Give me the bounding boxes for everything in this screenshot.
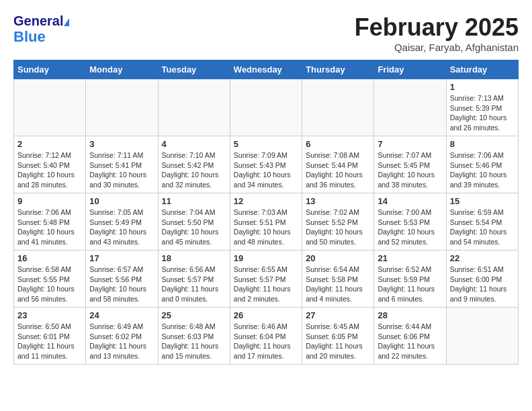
calendar-cell xyxy=(14,79,86,136)
day-info: Sunrise: 6:51 AM Sunset: 6:00 PM Dayligh… xyxy=(450,265,515,304)
day-info: Sunrise: 6:50 AM Sunset: 6:01 PM Dayligh… xyxy=(17,322,82,361)
day-number: 26 xyxy=(234,310,298,320)
day-number: 8 xyxy=(450,139,515,149)
day-number: 19 xyxy=(234,253,298,263)
calendar-cell: 11Sunrise: 7:04 AM Sunset: 5:50 PM Dayli… xyxy=(158,193,230,250)
day-info: Sunrise: 7:10 AM Sunset: 5:42 PM Dayligh… xyxy=(162,150,226,190)
day-info: Sunrise: 6:45 AM Sunset: 6:05 PM Dayligh… xyxy=(306,322,370,361)
day-info: Sunrise: 7:00 AM Sunset: 5:53 PM Dayligh… xyxy=(378,208,442,247)
day-info: Sunrise: 7:06 AM Sunset: 5:46 PM Dayligh… xyxy=(450,150,515,190)
day-number: 6 xyxy=(306,139,370,149)
col-header-friday: Friday xyxy=(374,60,446,79)
col-header-monday: Monday xyxy=(86,60,158,79)
day-number: 22 xyxy=(450,253,515,263)
day-number: 11 xyxy=(162,196,226,206)
day-number: 2 xyxy=(17,139,82,149)
calendar-cell xyxy=(158,79,230,136)
calendar-cell: 24Sunrise: 6:49 AM Sunset: 6:02 PM Dayli… xyxy=(86,308,158,365)
day-number: 16 xyxy=(17,253,82,263)
day-info: Sunrise: 6:46 AM Sunset: 6:04 PM Dayligh… xyxy=(234,322,298,361)
col-header-tuesday: Tuesday xyxy=(158,60,230,79)
calendar-cell: 14Sunrise: 7:00 AM Sunset: 5:53 PM Dayli… xyxy=(374,193,446,250)
day-info: Sunrise: 7:13 AM Sunset: 5:39 PM Dayligh… xyxy=(450,93,515,133)
day-number: 25 xyxy=(162,310,226,320)
calendar-cell: 13Sunrise: 7:02 AM Sunset: 5:52 PM Dayli… xyxy=(302,193,374,250)
col-header-thursday: Thursday xyxy=(302,60,374,79)
calendar-cell xyxy=(446,308,518,365)
calendar-cell: 15Sunrise: 6:59 AM Sunset: 5:54 PM Dayli… xyxy=(446,193,518,250)
day-info: Sunrise: 6:57 AM Sunset: 5:56 PM Dayligh… xyxy=(89,265,154,304)
logo-general: General xyxy=(13,13,69,29)
day-info: Sunrise: 7:06 AM Sunset: 5:48 PM Dayligh… xyxy=(17,208,82,247)
calendar-cell: 10Sunrise: 7:05 AM Sunset: 5:49 PM Dayli… xyxy=(86,193,158,250)
day-number: 12 xyxy=(234,196,298,206)
day-number: 28 xyxy=(378,310,442,320)
col-header-saturday: Saturday xyxy=(446,60,518,79)
logo: General Blue xyxy=(13,13,69,45)
calendar-header-row: SundayMondayTuesdayWednesdayThursdayFrid… xyxy=(14,60,519,79)
day-info: Sunrise: 6:59 AM Sunset: 5:54 PM Dayligh… xyxy=(450,208,515,247)
logo-blue: Blue xyxy=(13,29,69,45)
calendar-week-1: 1Sunrise: 7:13 AM Sunset: 5:39 PM Daylig… xyxy=(14,79,519,136)
calendar-cell: 16Sunrise: 6:58 AM Sunset: 5:55 PM Dayli… xyxy=(14,250,86,308)
day-number: 7 xyxy=(378,139,442,149)
calendar-week-2: 2Sunrise: 7:12 AM Sunset: 5:40 PM Daylig… xyxy=(14,136,519,193)
calendar-cell xyxy=(302,79,374,136)
calendar-cell: 12Sunrise: 7:03 AM Sunset: 5:51 PM Dayli… xyxy=(230,193,302,250)
day-info: Sunrise: 6:49 AM Sunset: 6:02 PM Dayligh… xyxy=(89,322,154,361)
calendar-cell xyxy=(230,79,302,136)
page-header: General Blue February 2025 Qaisar, Farya… xyxy=(13,13,519,53)
day-number: 5 xyxy=(234,139,298,149)
day-number: 18 xyxy=(162,253,226,263)
day-info: Sunrise: 6:58 AM Sunset: 5:55 PM Dayligh… xyxy=(17,265,82,304)
day-info: Sunrise: 7:04 AM Sunset: 5:50 PM Dayligh… xyxy=(162,208,226,247)
day-info: Sunrise: 6:48 AM Sunset: 6:03 PM Dayligh… xyxy=(162,322,226,361)
day-info: Sunrise: 7:02 AM Sunset: 5:52 PM Dayligh… xyxy=(306,208,370,247)
day-info: Sunrise: 6:55 AM Sunset: 5:57 PM Dayligh… xyxy=(234,265,298,304)
calendar-cell: 20Sunrise: 6:54 AM Sunset: 5:58 PM Dayli… xyxy=(302,250,374,308)
calendar-cell: 25Sunrise: 6:48 AM Sunset: 6:03 PM Dayli… xyxy=(158,308,230,365)
day-info: Sunrise: 6:54 AM Sunset: 5:58 PM Dayligh… xyxy=(306,265,370,304)
calendar-cell: 23Sunrise: 6:50 AM Sunset: 6:01 PM Dayli… xyxy=(14,308,86,365)
col-header-wednesday: Wednesday xyxy=(230,60,302,79)
day-number: 14 xyxy=(378,196,442,206)
day-number: 9 xyxy=(17,196,82,206)
day-number: 15 xyxy=(450,196,515,206)
day-number: 1 xyxy=(450,82,515,92)
col-header-sunday: Sunday xyxy=(14,60,86,79)
day-info: Sunrise: 6:56 AM Sunset: 5:57 PM Dayligh… xyxy=(162,265,226,304)
day-info: Sunrise: 7:09 AM Sunset: 5:43 PM Dayligh… xyxy=(234,150,298,190)
calendar-cell: 28Sunrise: 6:44 AM Sunset: 6:06 PM Dayli… xyxy=(374,308,446,365)
day-number: 10 xyxy=(89,196,154,206)
calendar-cell: 5Sunrise: 7:09 AM Sunset: 5:43 PM Daylig… xyxy=(230,136,302,193)
day-number: 13 xyxy=(306,196,370,206)
calendar-cell: 3Sunrise: 7:11 AM Sunset: 5:41 PM Daylig… xyxy=(86,136,158,193)
calendar-cell: 27Sunrise: 6:45 AM Sunset: 6:05 PM Dayli… xyxy=(302,308,374,365)
day-number: 17 xyxy=(89,253,154,263)
calendar-cell: 1Sunrise: 7:13 AM Sunset: 5:39 PM Daylig… xyxy=(446,79,518,136)
calendar-cell: 22Sunrise: 6:51 AM Sunset: 6:00 PM Dayli… xyxy=(446,250,518,308)
calendar-cell: 17Sunrise: 6:57 AM Sunset: 5:56 PM Dayli… xyxy=(86,250,158,308)
day-number: 24 xyxy=(89,310,154,320)
calendar-cell: 26Sunrise: 6:46 AM Sunset: 6:04 PM Dayli… xyxy=(230,308,302,365)
day-info: Sunrise: 7:03 AM Sunset: 5:51 PM Dayligh… xyxy=(234,208,298,247)
calendar-cell: 19Sunrise: 6:55 AM Sunset: 5:57 PM Dayli… xyxy=(230,250,302,308)
day-number: 3 xyxy=(89,139,154,149)
calendar-week-5: 23Sunrise: 6:50 AM Sunset: 6:01 PM Dayli… xyxy=(14,308,519,365)
calendar-cell: 7Sunrise: 7:07 AM Sunset: 5:45 PM Daylig… xyxy=(374,136,446,193)
calendar-cell xyxy=(374,79,446,136)
calendar-week-3: 9Sunrise: 7:06 AM Sunset: 5:48 PM Daylig… xyxy=(14,193,519,250)
day-number: 27 xyxy=(306,310,370,320)
calendar-cell: 6Sunrise: 7:08 AM Sunset: 5:44 PM Daylig… xyxy=(302,136,374,193)
location: Qaisar, Faryab, Afghanistan xyxy=(355,42,519,53)
day-number: 20 xyxy=(306,253,370,263)
day-number: 4 xyxy=(162,139,226,149)
day-info: Sunrise: 7:08 AM Sunset: 5:44 PM Dayligh… xyxy=(306,150,370,190)
calendar-cell: 4Sunrise: 7:10 AM Sunset: 5:42 PM Daylig… xyxy=(158,136,230,193)
calendar-week-4: 16Sunrise: 6:58 AM Sunset: 5:55 PM Dayli… xyxy=(14,250,519,308)
day-info: Sunrise: 6:52 AM Sunset: 5:59 PM Dayligh… xyxy=(378,265,442,304)
calendar-cell xyxy=(86,79,158,136)
day-info: Sunrise: 7:11 AM Sunset: 5:41 PM Dayligh… xyxy=(89,150,154,190)
month-title: February 2025 xyxy=(355,13,519,42)
calendar-cell: 8Sunrise: 7:06 AM Sunset: 5:46 PM Daylig… xyxy=(446,136,518,193)
